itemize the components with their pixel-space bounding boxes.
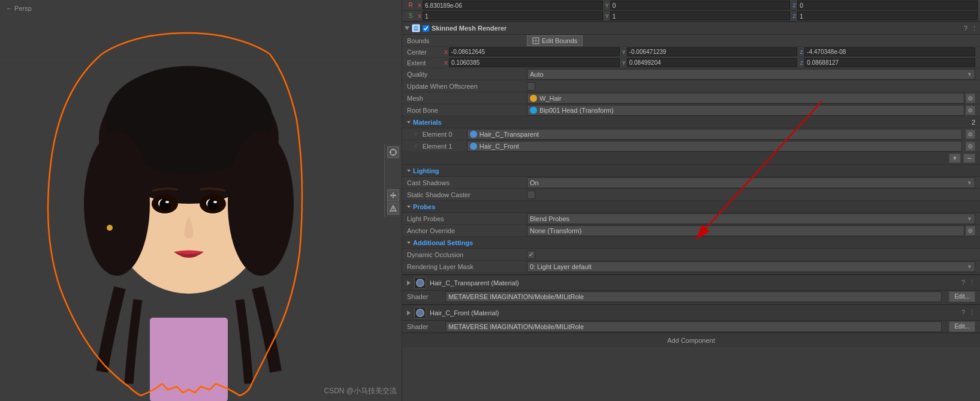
element0-target-button[interactable]: ⊙	[966, 129, 975, 139]
light-probes-dropdown[interactable]: Blend Probes ▼	[527, 213, 975, 224]
light-probes-label: Light Probes	[407, 215, 527, 222]
element0-ref[interactable]: Hair_C_Transparent	[467, 129, 962, 140]
inspector-panel: R X 6.830189e-06 Y 0 Z 0 S X 1 Y	[402, 0, 980, 401]
material2-edit-button[interactable]: Edit...	[949, 321, 975, 332]
extent-y-input[interactable]: 0.08499204	[627, 58, 798, 67]
material1-header[interactable]: Hair_C_Transparent (Material) ? ⋮	[402, 275, 980, 291]
gizmo-button-3[interactable]	[387, 203, 399, 215]
svg-point-51	[417, 310, 423, 316]
r-x-value[interactable]: 6.830189e-06	[423, 1, 603, 10]
gizmo-button-1[interactable]	[387, 146, 399, 158]
extent-x: X 0.1060385	[443, 58, 620, 67]
extent-z-input[interactable]: 0.08688127	[804, 58, 975, 67]
mesh-label: Mesh	[407, 95, 527, 102]
material2-help-icon[interactable]: ?	[961, 309, 965, 316]
element1-icon	[470, 143, 477, 150]
anchor-override-ref[interactable]: None (Transform)	[527, 225, 964, 236]
material2-title: Hair_C_Front (Material)	[430, 309, 958, 316]
r-label: R	[405, 2, 417, 8]
render-layer-dropdown[interactable]: 0: Light Layer default ▼	[527, 261, 975, 272]
dynamic-occlusion-label: Dynamic Occlusion	[407, 251, 527, 258]
r-z-label: Z	[791, 2, 797, 8]
material2-shader-text: METAVERSE IMAGINATION/Mobile/MILitRole	[448, 323, 584, 330]
root-bone-ref[interactable]: Bip001 Head (Transform)	[527, 105, 964, 116]
s-y-field: Y 1	[604, 11, 791, 21]
s-label: S	[405, 13, 417, 19]
static-shadow-checkbox[interactable]	[527, 191, 535, 199]
render-layer-label: Rendering Layer Mask	[407, 263, 527, 270]
materials-section-header[interactable]: Materials 2	[402, 116, 980, 128]
mesh-row: Mesh W_Hair ⊙	[402, 92, 980, 104]
material1-edit-button[interactable]: Edit...	[949, 291, 975, 302]
component-enabled[interactable]	[423, 25, 429, 32]
bounds-value: Edit Bounds	[527, 35, 975, 46]
add-material-button[interactable]: +	[949, 153, 961, 163]
settings-icon[interactable]: ⋮	[971, 25, 978, 32]
svg-point-23	[159, 198, 170, 210]
center-z: Z -4.470348e-08	[798, 47, 975, 56]
quality-value: Auto ▼	[527, 69, 975, 80]
remove-material-button[interactable]: −	[963, 153, 975, 163]
root-bone-target-button[interactable]: ⊙	[966, 105, 975, 115]
add-component-bar[interactable]: Add Component	[402, 333, 980, 347]
element1-ref[interactable]: Hair_C_Front	[467, 141, 962, 152]
quality-dropdown[interactable]: Auto ▼	[527, 69, 975, 80]
material1-help-icon[interactable]: ?	[961, 279, 965, 287]
s-z-value[interactable]: 1	[797, 11, 978, 20]
cx-label: X	[443, 49, 449, 55]
cast-shadows-label: Cast Shadows	[407, 179, 527, 186]
extent-x-input[interactable]: 0.1060385	[449, 58, 620, 67]
mesh-value: W_Hair ⊙	[527, 93, 975, 104]
collapse-triangle	[405, 26, 409, 30]
probes-triangle	[407, 206, 411, 208]
material2-header[interactable]: Hair_C_Front (Material) ? ⋮	[402, 305, 980, 321]
extent-row: Extent X 0.1060385 Y 0.08499204 Z 0.0868…	[402, 58, 980, 68]
cast-shadows-dropdown[interactable]: On ▼	[527, 177, 975, 188]
material2-triangle	[407, 310, 411, 315]
anchor-target-button[interactable]: ⊙	[966, 226, 975, 236]
edit-bounds-button[interactable]: Edit Bounds	[527, 35, 583, 46]
material2-shader-value[interactable]: METAVERSE IMAGINATION/Mobile/MILitRole	[445, 321, 942, 332]
cy-label: Y	[621, 49, 627, 55]
r-y-value[interactable]: 0	[610, 1, 791, 10]
lighting-section-header[interactable]: Lighting	[402, 165, 980, 177]
dynamic-occlusion-checkbox[interactable]: ✓	[527, 251, 535, 259]
r-z-value[interactable]: 0	[797, 1, 978, 10]
svg-rect-13	[150, 318, 228, 401]
s-y-value[interactable]: 1	[610, 11, 791, 20]
mesh-target-button[interactable]: ⊙	[966, 94, 975, 103]
material2-settings-icon[interactable]: ⋮	[969, 309, 975, 316]
edit-bounds-label: Edit Bounds	[542, 37, 577, 44]
gizmo-button-2[interactable]	[387, 189, 399, 201]
material2-section: Hair_C_Front (Material) ? ⋮ Shader METAV…	[402, 304, 980, 333]
help-icon[interactable]: ?	[964, 25, 967, 32]
update-offscreen-checkbox[interactable]	[527, 82, 535, 91]
materials-label: Materials	[413, 119, 442, 126]
mesh-ref[interactable]: W_Hair	[527, 93, 964, 104]
svg-point-27	[107, 225, 113, 231]
s-x-label: X	[417, 13, 423, 19]
probes-section-header[interactable]: Probes	[402, 201, 980, 213]
center-z-input[interactable]: -4.470348e-08	[804, 47, 975, 56]
static-shadow-value	[527, 191, 975, 199]
material1-shader-value[interactable]: METAVERSE IMAGINATION/Mobile/MILitRole	[445, 291, 942, 302]
update-offscreen-label: Update When Offscreen	[407, 83, 527, 90]
element1-target-button[interactable]: ⊙	[966, 141, 975, 151]
s-x-value[interactable]: 1	[423, 11, 603, 20]
element1-text: Hair_C_Front	[480, 143, 519, 150]
center-x-input[interactable]: -0.08612645	[449, 47, 620, 56]
extent-y: Y 0.08499204	[621, 58, 798, 67]
material1-settings-icon[interactable]: ⋮	[969, 279, 975, 287]
additional-settings-header[interactable]: Additional Settings	[402, 237, 980, 249]
center-y: Y -0.006471239	[621, 47, 798, 56]
center-y-input[interactable]: -0.006471239	[627, 47, 798, 56]
svg-point-26	[213, 201, 217, 203]
transform-r-row: R X 6.830189e-06 Y 0 Z 0	[402, 0, 980, 11]
anchor-override-value: None (Transform) ⊙	[527, 225, 975, 236]
extent-z: Z 0.08688127	[798, 58, 975, 67]
svg-marker-36	[394, 194, 396, 197]
material1-shader-text: METAVERSE IMAGINATION/Mobile/MILitRole	[448, 293, 584, 300]
root-bone-text: Bip001 Head (Transform)	[539, 107, 614, 114]
material-element-1: ≡ Element 1 Hair_C_Front ⊙	[402, 140, 980, 152]
skinned-mesh-header[interactable]: Skinned Mesh Renderer ? ⋮	[402, 22, 980, 35]
